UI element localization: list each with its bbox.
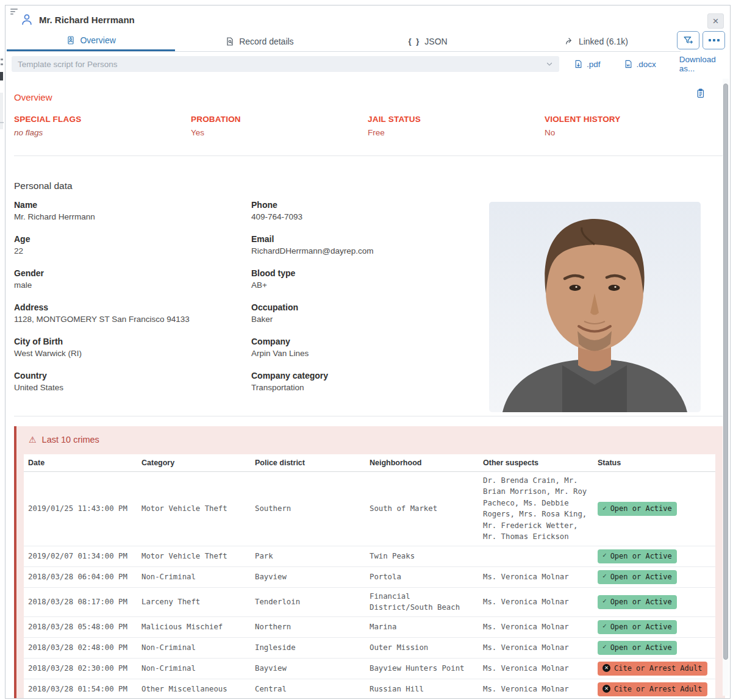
person-photo: [489, 202, 701, 412]
pdf-file-icon: [574, 59, 583, 69]
cell-district: Bayview: [251, 658, 365, 679]
tab-overview[interactable]: Overview: [7, 31, 175, 51]
cell-district: Park: [251, 546, 365, 566]
status-label: Open or Active: [610, 503, 672, 514]
chevron-down-icon: [546, 60, 553, 68]
status-badge: ✓Open or Active: [598, 502, 677, 516]
cell-status: ✓Open or Active: [593, 546, 715, 566]
cell-status: ✕Cite or Arrest Adult: [593, 679, 715, 699]
download-docx-link[interactable]: .docx: [624, 59, 656, 69]
background-artifact: [0, 93, 3, 129]
field-value: 409-764-7093: [251, 212, 489, 221]
page-title: Mr. Richard Herrmann: [39, 15, 135, 25]
column-header: Other suspects: [479, 454, 593, 472]
cell-category: Malicious Mischief: [137, 616, 251, 637]
tab-json-label: JSON: [424, 37, 447, 46]
field-label: Address: [14, 302, 251, 312]
template-toolbar: Template script for Persons .pdf .docx D…: [5, 52, 730, 73]
personal-field: Phone409-764-7093: [251, 200, 489, 221]
resize-grip-icon[interactable]: [10, 9, 20, 17]
crimes-table-header: DateCategoryPolice districtNeighborhoodO…: [24, 454, 715, 472]
cell-suspects: Ms. Veronica Molnar: [479, 679, 593, 699]
table-row: 2018/03/28 08:17:00 PMLarceny TheftTende…: [24, 587, 715, 616]
scrollbar-thumb[interactable]: [723, 84, 728, 660]
cell-status: ✓Open or Active: [593, 587, 715, 616]
field-value: 1128, MONTGOMERY ST San Francisco 94133: [14, 315, 251, 324]
filter-export-button[interactable]: [677, 31, 699, 49]
personal-field: CountryUnited States: [14, 371, 251, 392]
field-label: Company category: [251, 371, 489, 380]
field-label: Country: [14, 371, 251, 380]
check-icon: ✓: [602, 642, 607, 652]
cell-date: 2018/03/28 02:48:00 PM: [24, 637, 137, 658]
personal-data-grid: NameMr. Richard HerrmannAge22GendermaleA…: [9, 200, 721, 412]
person-detail-modal: Mr. Richard Herrmann × Overview Record d…: [5, 5, 731, 699]
personal-field: OccupationBaker: [251, 302, 489, 324]
column-header: Police district: [251, 454, 365, 472]
personal-field: Gendermale: [14, 268, 251, 290]
status-label: Open or Active: [610, 551, 672, 562]
cell-neighborhood: Russian Hill: [365, 679, 479, 699]
status-label: Open or Active: [610, 571, 672, 582]
cell-district: Southern: [251, 472, 365, 546]
background-artifact: [1, 59, 3, 60]
flag-violent-history: VIOLENT HISTORY No: [545, 115, 721, 137]
status-badge: ✓Open or Active: [598, 595, 677, 609]
flag-jail-status: JAIL STATUS Free: [368, 115, 545, 137]
cell-category: Other Miscellaneous: [137, 679, 251, 699]
overview-section-title: Overview: [9, 92, 721, 102]
id-badge-icon: [66, 35, 76, 45]
cell-district: Ingleside: [251, 637, 365, 658]
background-artifact: [0, 72, 3, 80]
scrollbar[interactable]: [723, 79, 729, 696]
person-icon: [20, 13, 34, 26]
column-header: Date: [24, 454, 137, 472]
download-as-link[interactable]: Download as...: [679, 55, 724, 73]
status-badge: ✓Open or Active: [598, 641, 677, 655]
personal-field: CompanyArpin Van Lines: [251, 337, 489, 358]
crimes-title: ⚠ Last 10 crimes: [24, 435, 715, 445]
field-value: West Warwick (RI): [14, 349, 251, 358]
tab-json[interactable]: { } JSON: [344, 31, 512, 51]
cell-category: Motor Vehicle Theft: [137, 546, 251, 566]
flag-special-flags: SPECIAL FLAGS no flags: [14, 115, 191, 137]
cell-category: Larceny Theft: [137, 587, 251, 616]
cell-district: Central: [251, 679, 365, 699]
cell-suspects: Ms. Veronica Molnar: [479, 566, 593, 587]
filter-icon: [682, 35, 694, 46]
table-row: 2018/03/28 02:30:00 PMNon-CriminalBayvie…: [24, 658, 715, 679]
field-value: male: [14, 280, 251, 290]
document-search-icon: [225, 37, 235, 46]
table-row: 2018/03/28 02:48:00 PMNon-CriminalIngles…: [24, 637, 715, 658]
field-label: Company: [251, 337, 489, 346]
personal-field: Blood typeAB+: [251, 268, 489, 290]
column-header: Category: [137, 454, 251, 472]
column-header: Neighborhood: [365, 454, 479, 472]
status-badge: ✓Open or Active: [598, 570, 677, 584]
field-value: 22: [14, 246, 251, 255]
cell-date: 2018/03/28 06:04:00 PM: [24, 566, 137, 587]
table-row: 2019/01/25 11:43:00 PMMotor Vehicle Thef…: [24, 472, 715, 546]
tab-record-details[interactable]: Record details: [175, 31, 343, 51]
status-badge: ✕Cite or Arrest Adult: [598, 662, 707, 676]
status-label: Cite or Arrest Adult: [614, 684, 703, 695]
personal-field: EmailRichardDHerrmann@dayrep.com: [251, 234, 489, 255]
field-label: Occupation: [251, 302, 489, 312]
cell-status: ✓Open or Active: [593, 472, 715, 546]
close-button[interactable]: ×: [707, 13, 724, 29]
cell-category: Motor Vehicle Theft: [137, 472, 251, 546]
download-pdf-link[interactable]: .pdf: [574, 59, 601, 69]
ellipsis-icon: [709, 39, 720, 41]
field-value: RichardDHerrmann@dayrep.com: [251, 246, 489, 255]
status-label: Open or Active: [610, 596, 672, 607]
cell-suspects: [479, 546, 593, 566]
tab-linked[interactable]: Linked (6.1k): [512, 31, 681, 51]
cell-suspects: Ms. Veronica Molnar: [479, 616, 593, 637]
more-options-button[interactable]: [703, 31, 725, 49]
field-label: Email: [251, 234, 489, 244]
check-icon: ✓: [602, 596, 607, 607]
copy-to-clipboard-icon[interactable]: [695, 87, 706, 99]
cell-category: Non-Criminal: [137, 658, 251, 679]
personal-field: NameMr. Richard Herrmann: [14, 200, 251, 221]
template-script-select[interactable]: Template script for Persons: [12, 56, 559, 72]
